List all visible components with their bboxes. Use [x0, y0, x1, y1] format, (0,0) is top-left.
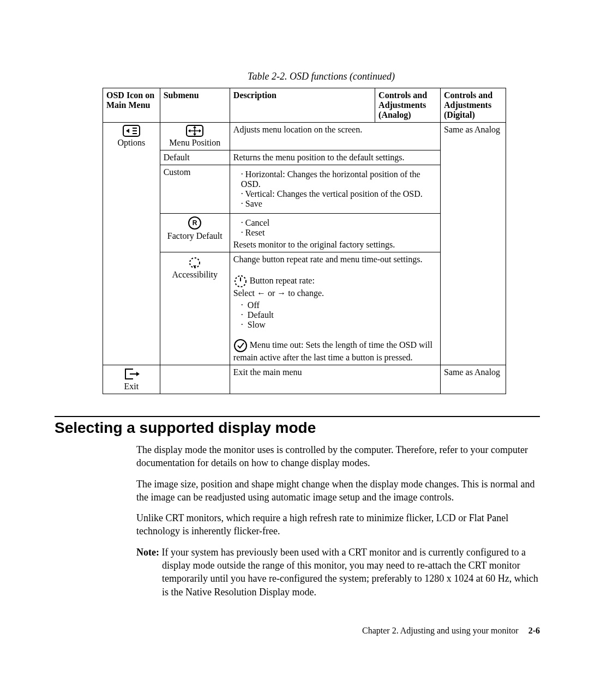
accessibility-icon: [187, 255, 203, 269]
svg-marker-8: [193, 126, 196, 128]
cell-accessibility-desc: Change button repeat rate and menu time-…: [230, 252, 440, 365]
arrow-right-icon: →: [277, 288, 286, 298]
note-label: Note:: [136, 547, 159, 558]
col-header-description: Description: [230, 88, 375, 123]
cell-exit-desc: Exit the main menu: [230, 365, 440, 394]
accessibility-label: Accessibility: [164, 270, 226, 280]
button-repeat-icon: [233, 274, 248, 288]
col-header-main: OSD Icon on Main Menu: [103, 88, 160, 123]
repeat-opt-slow: Slow: [241, 320, 437, 330]
section-divider: [55, 416, 540, 417]
cell-factory-sub: R Factory Default: [160, 214, 230, 252]
svg-marker-20: [136, 372, 140, 376]
options-label: Options: [106, 138, 157, 148]
cell-default-desc: Returns the menu position to the default…: [230, 150, 440, 165]
section-title: Selecting a supported display mode: [55, 419, 540, 437]
factory-tail: Resets monitor to the original factory s…: [233, 240, 395, 249]
factory-default-label: Factory Default: [164, 231, 226, 241]
cell-factory-desc: Cancel Reset Resets monitor to the origi…: [230, 214, 440, 252]
body-paragraph-2: The image size, position and shape might…: [136, 478, 540, 504]
custom-bullet-1: Horizontal: Changes the horizontal posit…: [241, 170, 437, 189]
exit-icon: [123, 367, 140, 381]
custom-bullet-2: Vertical: Changes the vertical position …: [241, 189, 437, 199]
exit-label: Exit: [106, 382, 157, 391]
cell-accessibility-sub: Accessibility: [160, 252, 230, 365]
table-row: Exit Exit the main menu Same as Analog: [103, 365, 506, 394]
svg-marker-15: [193, 265, 196, 268]
repeat-opt-default: Default: [241, 310, 437, 320]
svg-marker-11: [199, 129, 201, 132]
cell-exit-sub: [160, 365, 230, 394]
col-header-analog: Controls and Adjustments (Analog): [375, 88, 441, 123]
custom-bullet-3: Save: [241, 199, 437, 209]
cell-custom-desc: Horizontal: Changes the horizontal posit…: [230, 165, 440, 214]
arrow-left-icon: ←: [257, 288, 266, 298]
col-header-submenu: Submenu: [160, 88, 230, 123]
body-paragraph-1: The display mode the monitor uses is con…: [136, 443, 540, 470]
cell-default-sub: Default: [160, 150, 230, 165]
table-row: Options Menu Position Adjusts menu locat…: [103, 123, 506, 150]
cell-custom-sub: Custom: [160, 165, 230, 214]
menu-position-label: Menu Position: [164, 138, 226, 148]
button-repeat-label: Button repeat rate:: [250, 276, 315, 285]
svg-rect-0: [123, 125, 140, 136]
svg-marker-4: [126, 129, 129, 133]
svg-marker-9: [193, 134, 196, 136]
factory-default-icon: R: [188, 216, 202, 230]
svg-text:R: R: [193, 219, 197, 227]
osd-functions-table: OSD Icon on Main Menu Submenu Descriptio…: [103, 88, 506, 394]
cell-exit-digital: Same as Analog: [441, 365, 506, 394]
cell-menu-position-desc: Adjusts menu location on the screen.: [230, 123, 440, 150]
accessibility-intro: Change button repeat rate and menu time-…: [233, 255, 437, 264]
factory-bullet-2: Reset: [241, 228, 437, 238]
cell-options-digital: Same as Analog: [441, 123, 506, 365]
page-footer: Chapter 2. Adjusting and using your moni…: [55, 626, 540, 636]
table-caption: Table 2-2. OSD functions (continued): [103, 71, 540, 82]
timeout-text: Menu time out: Sets the length of time t…: [233, 340, 432, 362]
cell-exit-main: Exit: [103, 365, 160, 394]
body-paragraph-3: Unlike CRT monitors, which require a hig…: [136, 511, 540, 538]
note-text: If your system has previously been used …: [159, 547, 538, 598]
svg-point-18: [235, 340, 247, 352]
repeat-opt-off: Off: [241, 300, 437, 310]
note-paragraph: Note: If your system has previously been…: [136, 546, 540, 599]
cell-options-main: Options: [103, 123, 160, 365]
col-header-digital: Controls and Adjustments (Digital): [441, 88, 506, 123]
menu-timeout-icon: [233, 339, 248, 353]
factory-bullet-1: Cancel: [241, 218, 437, 228]
select-line: Select ← or → to change.: [233, 288, 437, 298]
svg-marker-10: [188, 129, 190, 132]
footer-text: Chapter 2. Adjusting and using your moni…: [362, 626, 519, 635]
table-header-row: OSD Icon on Main Menu Submenu Descriptio…: [103, 88, 506, 123]
cell-menu-position-sub: Menu Position: [160, 123, 230, 150]
menu-position-icon: [186, 125, 203, 137]
options-icon: [123, 125, 140, 137]
footer-page-number: 2-6: [528, 626, 540, 635]
